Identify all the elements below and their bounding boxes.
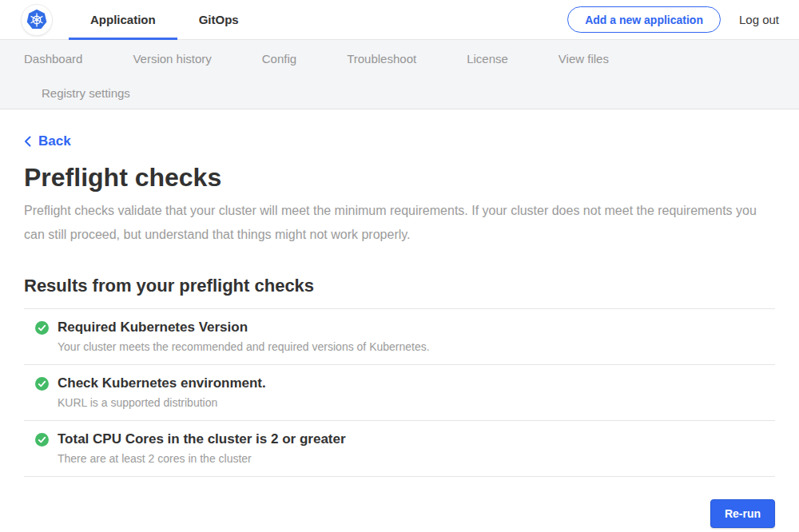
- subnav-item-version-history[interactable]: Version history: [133, 52, 211, 66]
- subnav-row-1: Dashboard Version history Config Trouble…: [24, 40, 775, 77]
- success-check-icon: [35, 433, 49, 447]
- check-item-kubernetes-environment: Check Kubernetes environment. KURL is a …: [24, 365, 775, 421]
- preflight-results-list: Required Kubernetes Version Your cluster…: [24, 308, 775, 477]
- top-tabs: Application GitOps: [69, 0, 260, 40]
- check-item-cpu-cores: Total CPU Cores in the cluster is 2 or g…: [24, 421, 775, 477]
- preflight-checks-page: Back Preflight checks Preflight checks v…: [0, 109, 799, 528]
- subnav-item-view-files[interactable]: View files: [559, 52, 609, 66]
- footer-actions: Re-run: [24, 499, 775, 528]
- check-title-row: Required Kubernetes Version: [35, 320, 775, 335]
- rerun-button[interactable]: Re-run: [710, 499, 775, 528]
- check-description: KURL is a supported distribution: [58, 396, 775, 409]
- check-description: Your cluster meets the recommended and r…: [58, 340, 775, 353]
- check-title: Total CPU Cores in the cluster is 2 or g…: [58, 431, 346, 447]
- tab-gitops[interactable]: GitOps: [177, 0, 260, 40]
- check-item-kubernetes-version: Required Kubernetes Version Your cluster…: [24, 309, 775, 365]
- kubernetes-logo: [21, 4, 53, 36]
- back-link-label: Back: [38, 133, 71, 149]
- kubernetes-helm-icon: [23, 6, 50, 34]
- success-check-icon: [35, 321, 49, 335]
- chevron-left-icon: [24, 136, 31, 147]
- check-description: There are at least 2 cores in the cluste…: [58, 452, 775, 465]
- check-title: Check Kubernetes environment.: [58, 375, 266, 391]
- add-new-application-button[interactable]: Add a new application: [567, 6, 721, 33]
- subnav-item-dashboard[interactable]: Dashboard: [24, 52, 82, 66]
- page-title: Preflight checks: [24, 163, 775, 193]
- subnav-item-registry-settings[interactable]: Registry settings: [42, 86, 130, 100]
- results-heading: Results from your preflight checks: [24, 276, 775, 296]
- logout-link[interactable]: Log out: [739, 13, 779, 26]
- top-navbar: Application GitOps Add a new application…: [0, 0, 799, 40]
- page-description: Preflight checks validate that your clus…: [24, 199, 759, 247]
- success-check-icon: [35, 377, 49, 391]
- check-title-row: Check Kubernetes environment.: [35, 375, 775, 391]
- check-title: Required Kubernetes Version: [58, 320, 248, 335]
- back-link[interactable]: Back: [24, 133, 71, 149]
- tab-application[interactable]: Application: [69, 0, 177, 40]
- subnav-item-troubleshoot[interactable]: Troubleshoot: [347, 52, 416, 66]
- check-title-row: Total CPU Cores in the cluster is 2 or g…: [35, 431, 775, 447]
- subnav-item-license[interactable]: License: [467, 52, 508, 66]
- subnav-row-2: Registry settings: [24, 77, 775, 109]
- subnav-item-config[interactable]: Config: [262, 52, 296, 66]
- app-subnav: Dashboard Version history Config Trouble…: [0, 40, 799, 109]
